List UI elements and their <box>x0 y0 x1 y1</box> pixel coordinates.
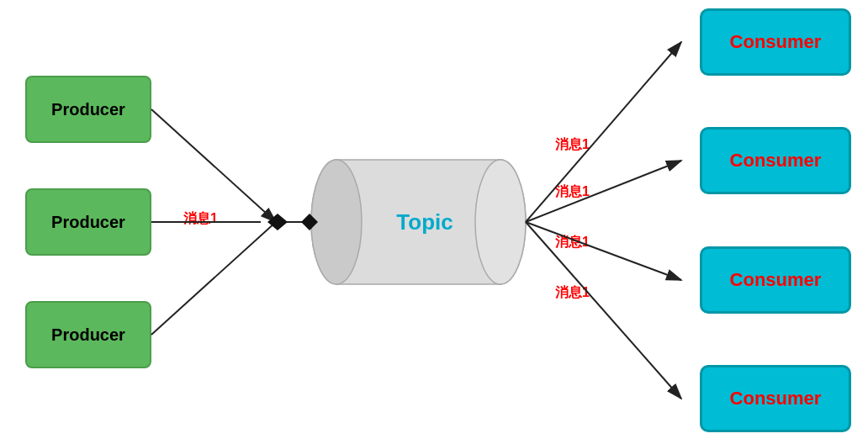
consumer-box-4: Consumer <box>700 365 851 432</box>
svg-line-15 <box>526 161 681 222</box>
diagram: Producer Producer Producer Consumer Cons… <box>0 0 868 444</box>
topic-container: Topic <box>328 146 521 298</box>
msg-right-1: 消息1 <box>555 136 590 154</box>
producer-box-2: Producer <box>25 188 151 256</box>
producer-box-1: Producer <box>25 76 151 143</box>
producer-label-2: Producer <box>51 213 125 232</box>
svg-line-17 <box>526 222 681 399</box>
svg-marker-13 <box>267 214 288 230</box>
msg-right-2: 消息1 <box>555 183 590 201</box>
producer-label-1: Producer <box>51 100 125 119</box>
topic-label: Topic <box>396 209 453 235</box>
consumer-label-3: Consumer <box>730 269 822 291</box>
consumer-box-3: Consumer <box>700 246 851 314</box>
msg-right-3: 消息1 <box>555 234 590 251</box>
svg-line-12 <box>151 222 276 335</box>
producer-label-3: Producer <box>51 325 125 345</box>
msg-left-label: 消息1 <box>183 210 218 228</box>
consumer-label-2: Consumer <box>730 150 822 172</box>
consumer-label-1: Consumer <box>730 31 822 53</box>
consumer-box-2: Consumer <box>700 127 851 194</box>
producer-box-3: Producer <box>25 301 151 368</box>
consumer-label-4: Consumer <box>730 388 822 410</box>
svg-line-14 <box>526 42 681 222</box>
svg-line-9 <box>151 109 276 222</box>
svg-line-16 <box>526 222 681 280</box>
consumer-box-1: Consumer <box>700 8 851 76</box>
msg-right-4: 消息1 <box>555 284 590 302</box>
